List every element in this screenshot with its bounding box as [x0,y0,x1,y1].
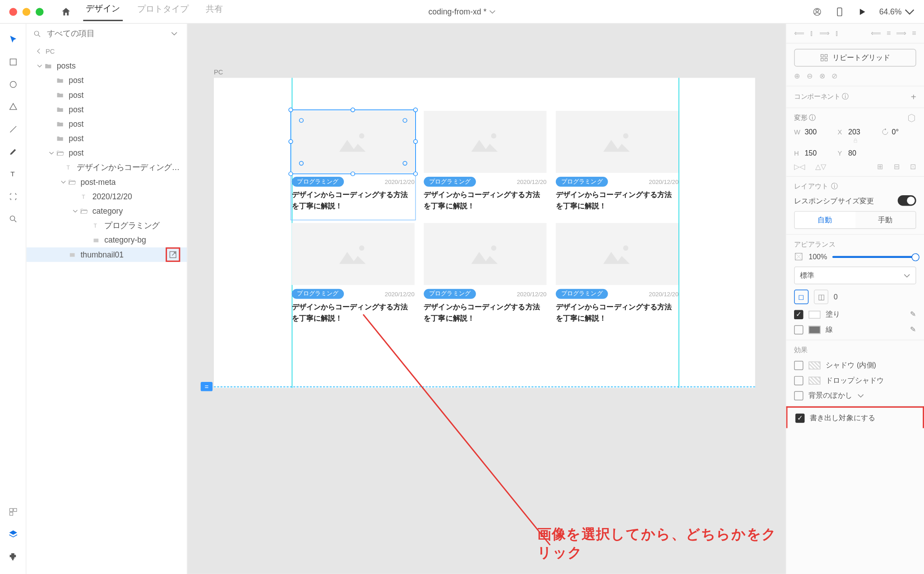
corner-same-button[interactable]: ◻ [794,289,808,304]
line-tool[interactable] [4,120,22,138]
tab-design[interactable]: デザイン [83,2,123,21]
width-field[interactable]: 300 [804,128,831,136]
rotate-icon[interactable] [881,128,889,136]
play-icon[interactable] [857,6,867,17]
card[interactable]: プログラミング2020/12/20デザインからコーディングする方法を丁寧に解説！ [292,223,415,323]
rectangle-tool[interactable] [4,53,22,71]
inner-shadow-swatch[interactable] [808,361,820,369]
corner-radius-field[interactable]: 0 [834,293,838,301]
x-field[interactable]: 203 [848,128,875,136]
responsive-toggle[interactable] [898,195,916,206]
layer-item[interactable]: posts [27,59,187,73]
opacity-value[interactable]: 100% [808,253,827,261]
eyedropper-icon[interactable]: ✎ [910,310,916,319]
minimize-icon[interactable] [23,8,31,16]
canvas[interactable]: PC = プログラミング2020/12/20デザインからコーディングする方法を丁… [187,24,785,574]
export-icon[interactable] [166,248,180,262]
align-controls[interactable]: ⟸⫿⟹⫿ ⟸≡⟹≡ [794,29,916,37]
fill-checkbox[interactable]: ✓ [794,310,803,319]
thumbnail[interactable] [556,223,679,285]
thumbnail[interactable] [424,223,546,285]
chevron-down-icon[interactable] [171,30,178,37]
folder-icon [55,77,65,85]
pen-tool[interactable] [4,142,22,161]
lock-icon[interactable] [852,137,859,144]
layer-item[interactable]: post [27,88,187,102]
align-extra3[interactable]: ⊡ [910,162,916,171]
svg-point-19 [623,133,628,139]
layer-item[interactable]: post [27,73,187,87]
card[interactable]: プログラミング2020/12/20デザインからコーディングする方法を丁寧に解説！ [556,223,679,323]
artboard-tool[interactable] [4,187,22,206]
stroke-checkbox[interactable] [794,325,803,334]
stroke-swatch[interactable] [808,326,820,334]
layer-item[interactable]: post [27,146,187,160]
layer-item[interactable]: post-meta [27,175,187,189]
fill-swatch[interactable] [808,310,820,318]
layer-item[interactable]: post [27,117,187,131]
layer-item[interactable]: category-bg [27,233,187,247]
layers-icon[interactable] [4,525,22,544]
layer-item[interactable]: T2020/12/20 [27,189,187,204]
layer-item[interactable]: thumbnail01 [27,248,187,262]
drop-shadow-checkbox[interactable] [794,376,803,385]
artboard[interactable]: = プログラミング2020/12/20デザインからコーディングする方法を丁寧に解… [214,78,755,388]
layer-item[interactable]: post [27,131,187,146]
polygon-tool[interactable] [4,98,22,116]
align-extra1[interactable]: ⊞ [877,162,883,171]
eyedropper-icon[interactable]: ✎ [910,325,916,334]
cloud-icon[interactable] [812,6,822,17]
opacity-slider[interactable] [832,256,916,257]
tab-share[interactable]: 共有 [203,3,226,20]
file-title[interactable]: coding-from-xd * [428,7,495,16]
tab-prototype[interactable]: プロトタイプ [134,3,191,20]
align-extra2[interactable]: ⊟ [894,162,900,171]
close-icon[interactable] [9,8,17,16]
drop-shadow-swatch[interactable] [808,377,820,385]
select-tool[interactable] [4,30,22,49]
cube-icon[interactable] [907,114,916,123]
tool-rail: T [0,24,27,574]
ellipse-tool[interactable] [4,75,22,94]
thumbnail[interactable] [292,223,415,285]
layout-mode-toggle[interactable]: 自動 手動 [794,211,916,229]
artboard-label[interactable]: PC [214,69,223,76]
card[interactable]: プログラミング2020/12/20デザインからコーディングする方法を丁寧に解説！ [424,223,546,323]
window-controls[interactable] [9,8,43,16]
inner-shadow-checkbox[interactable] [794,361,803,370]
card[interactable]: プログラミング2020/12/20デザインからコーディングする方法を丁寧に解説！ [556,111,679,211]
folder-icon [44,62,53,70]
flip-v-icon[interactable]: △▽ [815,162,826,171]
zoom-level[interactable]: 64.6% [879,6,915,17]
layer-search-input[interactable] [47,29,166,38]
thumbnail[interactable] [424,111,546,173]
layer-item[interactable]: Tプログラミング [27,218,187,233]
height-field[interactable]: 150 [804,149,831,157]
breadcrumb[interactable]: PC [27,44,187,59]
layer-label: category-bg [104,235,146,244]
mark-export-checkbox[interactable]: ✓ [795,413,804,422]
blend-mode-select[interactable]: 標準 [794,266,916,285]
repeat-grid-button[interactable]: リピートグリッド [794,49,916,67]
add-component-button[interactable]: + [911,92,916,102]
card[interactable]: プログラミング2020/12/20デザインからコーディングする方法を丁寧に解説！ [424,111,546,211]
zoom-tool[interactable] [4,210,22,228]
rotation-field[interactable]: 0° [892,128,919,136]
plugins-icon[interactable] [4,547,22,566]
corner-each-button[interactable]: ◫ [814,289,828,304]
search-icon[interactable] [33,29,42,38]
text-tool[interactable]: T [4,165,22,184]
boolean-ops[interactable]: ⊕⊖⊗⊘ [794,72,916,80]
layer-item[interactable]: post [27,102,187,117]
home-icon[interactable] [61,6,71,17]
thumbnail[interactable] [556,111,679,173]
flip-h-icon[interactable]: ▷◁ [794,162,804,171]
bg-blur-checkbox[interactable] [794,391,803,400]
maximize-icon[interactable] [36,8,44,16]
device-icon[interactable] [834,6,845,17]
svg-rect-14 [93,239,98,242]
y-field[interactable]: 80 [848,149,875,157]
layer-item[interactable]: Tデザインからコーディングする方法… [27,161,187,175]
layer-item[interactable]: category [27,204,187,218]
assets-icon[interactable] [4,503,22,521]
